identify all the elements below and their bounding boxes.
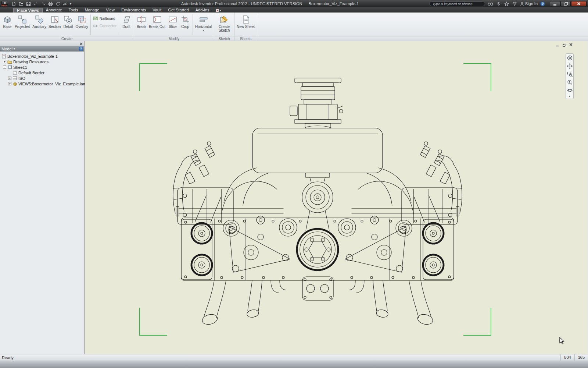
new-sheet-button[interactable]: New Sheet xyxy=(236,13,256,29)
document-restore-button[interactable] xyxy=(562,43,566,47)
auxiliary-button[interactable]: Auxiliary xyxy=(31,13,47,29)
horizontal-button[interactable]: Horizontal ▾ xyxy=(194,13,213,32)
expand-icon[interactable]: + xyxy=(8,77,11,80)
horizontal-dropdown-icon[interactable]: ▾ xyxy=(203,29,204,32)
section-button[interactable]: Section xyxy=(47,13,62,29)
save-icon[interactable] xyxy=(26,1,31,6)
connector-icon xyxy=(93,23,98,28)
undo-icon[interactable] xyxy=(33,1,38,6)
separator xyxy=(119,14,119,35)
ribbon: Base Projected Auxiliary Section Detail xyxy=(0,13,588,41)
break-out-button[interactable]: Break Out xyxy=(148,13,166,29)
pan-icon[interactable] xyxy=(566,63,573,70)
tree-node-root[interactable]: Boxermotor_Viz_Example-1 xyxy=(0,53,84,59)
model-tree: Boxermotor_Viz_Example-1 + Drawing Resou… xyxy=(0,52,84,86)
app-badge: PRO xyxy=(1,4,7,7)
search-binoculars-icon[interactable] xyxy=(488,1,493,6)
app-title: Autodesk Inventor Professional 2012 - UN… xyxy=(181,1,302,6)
print-icon[interactable] xyxy=(48,1,53,6)
document-close-button[interactable] xyxy=(568,43,573,47)
ribbon-appearance-toggle[interactable]: ▾ xyxy=(216,9,221,13)
browser-help-icon[interactable]: ? xyxy=(79,47,83,51)
collapse-icon[interactable]: - xyxy=(3,66,6,69)
engine-drawing xyxy=(85,41,587,354)
tab-vault[interactable]: Vault xyxy=(149,7,165,13)
tree-node-view5-assembly[interactable]: + VIEW5:Boxermotor_Viz_Example.iam xyxy=(0,81,84,86)
document-minimize-button[interactable] xyxy=(555,43,560,47)
tab-manage[interactable]: Manage xyxy=(81,7,103,13)
tab-environments[interactable]: Environments xyxy=(118,7,149,13)
break-button[interactable]: Break xyxy=(135,13,148,29)
open-icon[interactable] xyxy=(18,1,24,6)
overlay-button[interactable]: Overlay xyxy=(74,13,89,29)
orbit-icon[interactable] xyxy=(566,87,573,94)
overlay-icon xyxy=(77,15,87,24)
folder-icon xyxy=(7,59,12,64)
help-icon[interactable]: ? xyxy=(540,1,545,6)
panel-label-modify: Modify xyxy=(134,36,214,41)
create-sketch-button[interactable]: Create Sketch xyxy=(215,13,233,32)
tab-get-started[interactable]: Get Started xyxy=(165,7,192,13)
communication-antenna-icon[interactable] xyxy=(512,1,517,6)
document-window-controls xyxy=(555,43,573,47)
panel-label-sheets: Sheets xyxy=(234,36,257,41)
create-sketch-icon xyxy=(219,15,229,24)
wrench-icon[interactable] xyxy=(496,1,501,6)
browser-header[interactable]: Model ▾ ? xyxy=(0,46,84,52)
projected-button[interactable]: Projected xyxy=(14,13,31,29)
navigation-bar: ▾ xyxy=(566,53,574,99)
zoom-window-icon[interactable] xyxy=(566,71,573,78)
search-input[interactable] xyxy=(429,1,485,6)
window-controls xyxy=(550,1,587,6)
navbar-more-chevron[interactable]: ▾ xyxy=(569,95,570,98)
window-title: Autodesk Inventor Professional 2012 - UN… xyxy=(181,1,359,6)
horizontal-icon xyxy=(199,15,208,24)
zoom-icon[interactable] xyxy=(566,79,573,86)
tab-annotate[interactable]: Annotate xyxy=(43,7,65,13)
tab-tools[interactable]: Tools xyxy=(65,7,82,13)
base-button[interactable]: Base xyxy=(1,13,14,29)
favorites-star-icon[interactable] xyxy=(504,1,509,6)
application-window: PRO ▾ Autodesk Inventor Professional 201… xyxy=(0,0,588,368)
tab-add-ins[interactable]: Add-Ins xyxy=(192,7,213,13)
slice-button[interactable]: Slice xyxy=(166,13,179,29)
tree-node-iso[interactable]: + ISO xyxy=(0,75,84,81)
nailboard-button[interactable]: Nailboard xyxy=(92,15,118,21)
browser-close-icon[interactable] xyxy=(80,42,83,45)
quick-access-toolbar: ▾ xyxy=(11,1,71,6)
tab-view[interactable]: View xyxy=(103,7,118,13)
measure-icon[interactable] xyxy=(62,1,68,6)
border-icon xyxy=(12,70,17,75)
draft-button[interactable]: Draft xyxy=(120,13,133,29)
new-file-icon[interactable] xyxy=(11,1,16,6)
slice-icon xyxy=(168,15,178,24)
ribbon-panel-create: Base Projected Auxiliary Section Detail xyxy=(0,13,134,41)
title-block-icon xyxy=(12,76,17,81)
tab-place-views[interactable]: Place Views xyxy=(13,8,43,13)
expand-icon[interactable]: + xyxy=(8,82,11,85)
minimize-button[interactable] xyxy=(550,1,560,6)
update-icon[interactable] xyxy=(55,1,60,6)
detail-icon xyxy=(63,15,73,24)
detail-button[interactable]: Detail xyxy=(62,13,74,29)
panel-label-create: Create xyxy=(0,36,134,41)
expand-icon[interactable]: + xyxy=(3,60,6,63)
redo-icon[interactable] xyxy=(40,1,46,6)
qat-dropdown-icon[interactable]: ▾ xyxy=(70,2,71,6)
crop-button[interactable]: Crop xyxy=(179,13,191,29)
browser-top-strip xyxy=(0,41,84,46)
draft-icon xyxy=(122,15,131,24)
browser-dropdown-icon[interactable]: ▾ xyxy=(14,47,15,50)
close-button[interactable] xyxy=(571,1,587,6)
drawing-canvas[interactable]: ▾ xyxy=(85,41,587,354)
ribbon-panel-sheets: New Sheet Sheets xyxy=(234,13,257,41)
tree-node-default-border[interactable]: Default Border xyxy=(0,70,84,75)
navigation-wheel-icon[interactable] xyxy=(566,54,573,61)
maximize-button[interactable] xyxy=(560,1,571,6)
sheet-icon xyxy=(7,65,12,70)
connector-button[interactable]: Connector xyxy=(92,23,118,29)
break-out-icon xyxy=(153,15,162,24)
tree-node-drawing-resources[interactable]: + Drawing Resources xyxy=(0,59,84,64)
sign-in-button[interactable]: Sign In xyxy=(520,1,538,6)
tree-node-sheet1[interactable]: - Sheet:1 xyxy=(0,64,84,70)
